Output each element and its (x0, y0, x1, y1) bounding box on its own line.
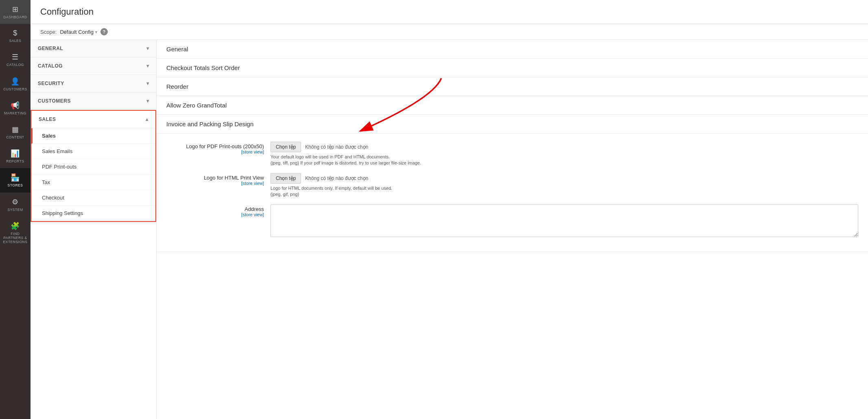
invoice-form: Logo for PDF Print-outs (200x50) [store … (157, 134, 868, 252)
sidebar: ⊞ DASHBOARD $ SALES ☰ CATALOG 👤 CUSTOMER… (0, 0, 31, 419)
sidebar-item-sales[interactable]: $ SALES (0, 24, 31, 48)
sales-sub-items: Sales Sales Emails PDF Print-outs Tax Ch… (31, 128, 155, 221)
sidebar-item-content[interactable]: ▦ CONTENT (0, 120, 31, 144)
sidebar-item-reports[interactable]: 📊 REPORTS (0, 144, 31, 168)
config-nav-header-catalog[interactable]: CATALOG ▾ (31, 57, 156, 75)
content-icon: ▦ (12, 125, 19, 134)
config-nav: GENERAL ▾ CATALOG ▾ SECURITY ▾ (31, 40, 157, 419)
config-nav-security[interactable]: SECURITY ▾ (31, 75, 156, 92)
config-nav-header-sales[interactable]: SALES ▴ (31, 111, 155, 128)
sidebar-item-label: MARKETING (4, 111, 26, 115)
scope-label: Scope: (40, 29, 57, 35)
stores-icon: 🏪 (11, 173, 20, 182)
sidebar-item-label: CONTENT (6, 135, 24, 139)
scope-selector[interactable]: Default Config ▾ (60, 29, 97, 35)
sidebar-item-label: SYSTEM (8, 208, 23, 212)
logo-pdf-input-row: Chọn tệp Không có tệp nào được chọn (270, 142, 858, 152)
sidebar-item-customers[interactable]: 👤 CUSTOMERS (0, 72, 31, 96)
customers-icon: 👤 (11, 77, 20, 86)
logo-html-help: Logo for HTML documents only. If empty, … (270, 185, 858, 198)
section-invoice-design[interactable]: Invoice and Packing Slip Design (157, 115, 868, 134)
sub-item-tax[interactable]: Tax (31, 175, 155, 190)
logo-html-control: Chọn tệp Không có tệp nào được chọn Logo… (270, 173, 858, 198)
sidebar-item-find-partners[interactable]: 🧩 FIND PARTNERS & EXTENSIONS (0, 217, 31, 249)
system-icon: ⚙ (12, 197, 19, 206)
content-area: GENERAL ▾ CATALOG ▾ SECURITY ▾ (31, 40, 868, 419)
scope-bar: Scope: Default Config ▾ ? (31, 24, 868, 40)
sub-item-sales-emails[interactable]: Sales Emails (31, 144, 155, 159)
config-nav-header-security[interactable]: SECURITY ▾ (31, 75, 156, 92)
sidebar-item-label: FIND PARTNERS & EXTENSIONS (2, 232, 29, 244)
config-nav-catalog[interactable]: CATALOG ▾ (31, 57, 156, 75)
section-checkout-totals[interactable]: Checkout Totals Sort Order (157, 59, 868, 77)
config-nav-label-customers: CUSTOMERS (38, 98, 71, 104)
sub-item-shipping-settings[interactable]: Shipping Settings (31, 206, 155, 221)
section-reorder[interactable]: Reorder (157, 77, 868, 96)
config-nav-customers[interactable]: CUSTOMERS ▾ (31, 92, 156, 110)
sub-item-sales[interactable]: Sales (31, 128, 155, 144)
chevron-down-icon: ▾ (146, 46, 149, 51)
form-row-address: Address [store view] (166, 204, 858, 237)
scope-value: Default Config (60, 29, 93, 35)
chevron-down-icon: ▾ (146, 63, 149, 69)
logo-html-file-button[interactable]: Chọn tệp (270, 173, 301, 184)
sub-item-checkout[interactable]: Checkout (31, 190, 155, 206)
sidebar-item-label: CUSTOMERS (3, 87, 27, 91)
config-content: General Checkout Totals Sort Order Reord… (157, 40, 868, 419)
invoice-section-wrapper: Invoice and Packing Slip Design (157, 115, 868, 252)
logo-pdf-help: Your default logo will be used in PDF an… (270, 154, 858, 167)
catalog-icon: ☰ (12, 53, 19, 61)
logo-pdf-file-button[interactable]: Chọn tệp (270, 142, 301, 152)
sidebar-item-catalog[interactable]: ☰ CATALOG (0, 48, 31, 72)
sidebar-item-system[interactable]: ⚙ SYSTEM (0, 193, 31, 217)
section-general[interactable]: General (157, 40, 868, 59)
logo-pdf-placeholder: Không có tệp nào được chọn (305, 144, 368, 150)
config-nav-sales[interactable]: SALES ▴ Sales Sales Emails PDF Print-out… (31, 110, 156, 222)
config-nav-general[interactable]: GENERAL ▾ (31, 40, 156, 57)
reports-icon: 📊 (11, 149, 20, 158)
logo-pdf-label: Logo for PDF Print-outs (200x50) [store … (166, 142, 264, 154)
sales-icon: $ (13, 29, 17, 37)
logo-html-placeholder: Không có tệp nào được chọn (305, 175, 368, 181)
config-nav-header-customers[interactable]: CUSTOMERS ▾ (31, 92, 156, 110)
sidebar-item-dashboard[interactable]: ⊞ DASHBOARD (0, 0, 31, 24)
sidebar-item-marketing[interactable]: 📢 MARKETING (0, 96, 31, 120)
config-nav-label-catalog: CATALOG (38, 63, 63, 69)
page-title: Configuration (40, 7, 858, 17)
sidebar-item-stores[interactable]: 🏪 STORES (0, 168, 31, 192)
address-label: Address [store view] (166, 204, 264, 217)
form-row-logo-html: Logo for HTML Print View [store view] Ch… (166, 173, 858, 198)
config-nav-label-sales: SALES (39, 116, 56, 122)
logo-pdf-control: Chọn tệp Không có tệp nào được chọn Your… (270, 142, 858, 167)
page-header: Configuration (31, 0, 868, 24)
section-allow-zero[interactable]: Allow Zero GrandTotal (157, 96, 868, 115)
chevron-down-icon: ▾ (146, 81, 149, 86)
sidebar-item-label: SALES (9, 39, 22, 43)
chevron-down-icon: ▾ (146, 98, 149, 104)
marketing-icon: 📢 (11, 101, 20, 110)
config-nav-header-general[interactable]: GENERAL ▾ (31, 40, 156, 57)
sidebar-item-label: CATALOG (7, 63, 24, 67)
dashboard-icon: ⊞ (12, 5, 19, 14)
sidebar-item-label: STORES (8, 183, 23, 187)
form-row-logo-pdf: Logo for PDF Print-outs (200x50) [store … (166, 142, 858, 167)
chevron-down-icon: ▾ (95, 30, 97, 34)
sub-item-pdf-printouts[interactable]: PDF Print-outs (31, 159, 155, 175)
address-control (270, 204, 858, 237)
logo-html-label: Logo for HTML Print View [store view] (166, 173, 264, 186)
config-nav-label-security: SECURITY (38, 81, 64, 86)
extensions-icon: 🧩 (11, 222, 20, 230)
sidebar-item-label: REPORTS (6, 159, 24, 163)
logo-html-input-row: Chọn tệp Không có tệp nào được chọn (270, 173, 858, 184)
config-nav-label-general: GENERAL (38, 46, 63, 51)
help-icon[interactable]: ? (100, 28, 108, 35)
main-content: Configuration Scope: Default Config ▾ ? … (31, 0, 868, 419)
sidebar-item-label: DASHBOARD (3, 15, 27, 19)
chevron-up-icon: ▴ (146, 116, 148, 122)
address-textarea[interactable] (270, 204, 858, 237)
